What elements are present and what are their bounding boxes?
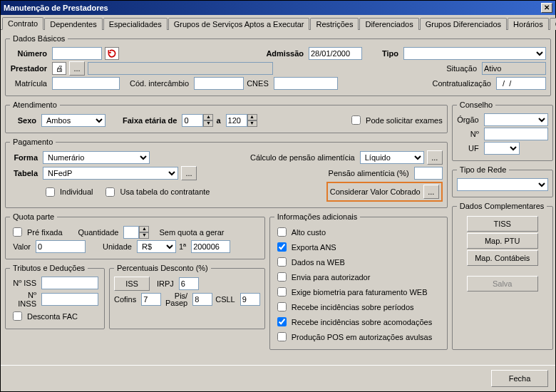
input-cofins[interactable]: [141, 293, 161, 306]
checkbox-envia-autorizador[interactable]: Envia para autorizador: [274, 270, 371, 284]
chevron-down-icon[interactable]: ▼: [139, 232, 149, 239]
button-tiss[interactable]: TISS: [467, 216, 538, 232]
considerar-browse-button[interactable]: ...: [423, 185, 439, 199]
group-conselho: Conselho Órgão Nº UF: [452, 100, 553, 161]
input-pis[interactable]: [192, 293, 212, 306]
chevron-down-icon[interactable]: ▼: [203, 120, 213, 127]
checkbox-exige-biometria[interactable]: Exige biometria para faturamento WEB: [274, 285, 428, 299]
button-fecha[interactable]: Fecha: [491, 370, 548, 387]
legend-informacoes: Informações adicionais: [274, 212, 361, 221]
group-informacoes-adicionais: Informações adicionais Alto custo Export…: [269, 212, 448, 350]
checkbox-recebe-periodos[interactable]: Recebe incidências sobre períodos: [274, 300, 414, 314]
select-uf[interactable]: [484, 142, 520, 155]
label-matricula: Matrícula: [10, 79, 49, 88]
input-n-inss[interactable]: [41, 293, 98, 306]
select-calculo-pensao[interactable]: Líquido: [360, 151, 424, 164]
chevron-down-icon[interactable]: ▼: [247, 120, 257, 127]
input-quantidade[interactable]: [123, 226, 139, 239]
select-tabela[interactable]: NFedP: [43, 167, 178, 180]
checkbox-individual[interactable]: Individual: [43, 185, 93, 199]
input-admissao[interactable]: [309, 47, 362, 60]
title-bar: Manutenção de Prestadores ✕: [1, 1, 555, 15]
printer-button[interactable]: 🖨: [52, 62, 66, 75]
button-map-contabeis[interactable]: Map. Contábeis: [467, 250, 538, 266]
checkbox-alto-custo[interactable]: Alto custo: [274, 225, 326, 239]
tab-restricoes[interactable]: Restrições: [310, 18, 359, 30]
input-matricula[interactable]: [52, 77, 120, 90]
spinner-quantidade[interactable]: ▲▼: [123, 226, 149, 239]
calculo-browse-button[interactable]: ...: [427, 150, 443, 165]
button-salva: Salva: [467, 276, 538, 292]
input-primeira[interactable]: [191, 240, 230, 253]
label-faixa-etaria: Faixa etária de: [123, 116, 179, 125]
input-faixa-max[interactable]: [226, 114, 247, 127]
group-tipo-rede: Tipo de Rede: [452, 165, 553, 197]
button-iss[interactable]: ISS: [114, 277, 150, 291]
legend-quota: Quota parte: [10, 212, 57, 221]
tab-conc[interactable]: Conc: [550, 18, 556, 30]
select-tipo[interactable]: [403, 47, 546, 60]
select-sexo[interactable]: Ambos: [41, 114, 105, 127]
input-conselho-n[interactable]: [484, 128, 548, 140]
label-calculo-pensao: Cálculo de pensão alimentícia: [250, 153, 357, 162]
input-irpj[interactable]: [179, 277, 199, 290]
input-csll[interactable]: [240, 293, 260, 306]
label-unidade: Unidade: [103, 242, 134, 251]
tabela-browse-button[interactable]: ...: [181, 166, 197, 180]
input-valor[interactable]: [36, 240, 86, 253]
input-situacao: [482, 62, 546, 75]
chevron-up-icon[interactable]: ▲: [139, 226, 149, 232]
close-button[interactable]: ✕: [541, 3, 552, 13]
tab-diferenciados[interactable]: Diferenciados: [359, 18, 418, 30]
legend-atendimento: Atendimento: [10, 100, 60, 109]
legend-tipo-rede: Tipo de Rede: [457, 165, 510, 174]
input-n-iss[interactable]: [41, 277, 98, 289]
select-forma[interactable]: Numerário: [43, 151, 150, 164]
group-complementares: Dados Complementares TISS Map. PTU Map. …: [452, 202, 553, 350]
checkbox-dados-web[interactable]: Dados na WEB: [274, 255, 345, 269]
spinner-faixa-min[interactable]: ▲▼: [182, 114, 213, 127]
legend-dados-basicos: Dados Básicos: [10, 34, 68, 43]
window-title: Manutenção de Prestadores: [4, 4, 108, 12]
input-pensao-pct[interactable]: [414, 167, 443, 180]
checkbox-usa-tabela-contratante[interactable]: Usa tabela do contratante: [103, 185, 210, 199]
label-cod-intercambio: Cód. intercâmbio: [130, 79, 191, 88]
input-numero[interactable]: [52, 47, 102, 60]
button-map-ptu[interactable]: Map. PTU: [467, 233, 538, 249]
label-sem-quota: Sem quota a gerar: [159, 228, 226, 237]
select-orgao[interactable]: [484, 113, 548, 126]
legend-conselho: Conselho: [457, 100, 495, 109]
checkbox-producao-pos[interactable]: Produção POS em autorizações avulsas: [274, 330, 433, 344]
tab-contrato[interactable]: Contrato: [2, 17, 43, 30]
input-cnes[interactable]: [274, 77, 338, 90]
tab-grupos-diferenciados[interactable]: Grupos Diferenciados: [420, 18, 507, 30]
group-percentuais: Percentuais Desconto (%) ISS IRPJ Cofins: [109, 264, 265, 329]
checkbox-desconta-fac[interactable]: Desconta FAC: [10, 309, 78, 323]
chevron-up-icon[interactable]: ▲: [203, 114, 213, 120]
label-tipo: Tipo: [382, 49, 401, 58]
input-cod-intercambio[interactable]: [194, 77, 244, 90]
main-window: Manutenção de Prestadores ✕ Contrato Dep…: [0, 0, 556, 392]
select-tipo-rede[interactable]: [457, 178, 548, 191]
checkbox-exporta-ans[interactable]: Exporta ANS: [274, 240, 336, 254]
input-contratualizacao[interactable]: [496, 77, 546, 90]
tab-grupos-servicos[interactable]: Grupos de Serviços Aptos a Executar: [168, 18, 310, 30]
label-prestador: Prestador: [10, 64, 49, 73]
input-faixa-min[interactable]: [182, 114, 203, 127]
spinner-faixa-max[interactable]: ▲▼: [226, 114, 257, 127]
checkbox-recebe-acomodacoes[interactable]: Recebe incidências sobre acomodações: [274, 315, 433, 329]
prestador-browse-button[interactable]: ...: [69, 61, 85, 76]
label-forma: Forma: [10, 153, 40, 162]
checkbox-pre-fixada[interactable]: Pré fixada: [10, 225, 63, 239]
chevron-up-icon[interactable]: ▲: [247, 114, 257, 120]
group-pagamento: Pagamento Forma Numerário Cálculo de pen…: [5, 138, 448, 208]
select-unidade[interactable]: R$: [137, 240, 176, 253]
label-cnes: CNES: [247, 79, 271, 88]
checkbox-pode-solicitar[interactable]: Pode solicitar exames: [349, 113, 443, 127]
tab-horarios[interactable]: Horários: [508, 18, 549, 30]
label-a: a: [216, 116, 222, 125]
refresh-button[interactable]: [105, 47, 119, 60]
tab-dependentes[interactable]: Dependentes: [44, 18, 102, 30]
label-pensao-pct: Pensão alimentícia (%): [329, 169, 411, 177]
tab-especialidades[interactable]: Especialidades: [103, 18, 168, 30]
